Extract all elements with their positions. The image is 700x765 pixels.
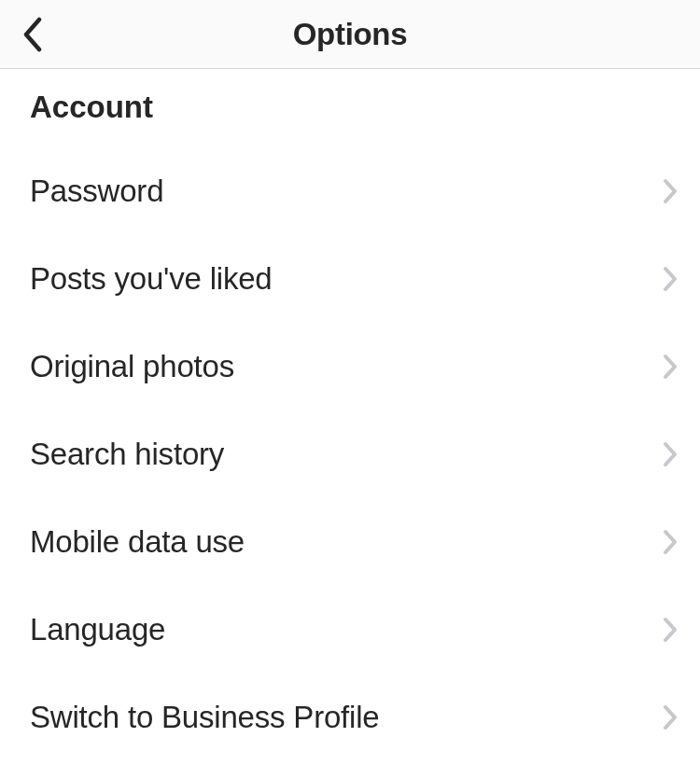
chevron-right-icon	[663, 704, 678, 730]
chevron-right-icon	[663, 354, 678, 380]
list-item-label: Mobile data use	[30, 524, 245, 560]
list-item-label: Switch to Business Profile	[30, 700, 379, 735]
list-item-search-history[interactable]: Search history	[0, 410, 700, 498]
list-item-switch-business-profile[interactable]: Switch to Business Profile	[0, 674, 700, 761]
list-item-label: Password	[30, 174, 163, 209]
list-item-original-photos[interactable]: Original photos	[0, 323, 700, 410]
content: Account Password Posts you've liked Orig…	[0, 69, 700, 761]
list-item-password[interactable]: Password	[0, 147, 700, 235]
chevron-right-icon	[663, 529, 678, 555]
list-item-posts-liked[interactable]: Posts you've liked	[0, 235, 700, 323]
list-item-language[interactable]: Language	[0, 586, 700, 674]
list-item-label: Search history	[30, 437, 224, 472]
chevron-right-icon	[663, 617, 678, 643]
back-button[interactable]	[21, 17, 45, 52]
list-item-label: Original photos	[30, 349, 234, 384]
settings-list: Password Posts you've liked Original pho…	[0, 147, 700, 761]
list-item-label: Posts you've liked	[30, 261, 273, 297]
section-title-account: Account	[0, 90, 700, 147]
chevron-right-icon	[663, 178, 678, 204]
header-bar: Options	[0, 0, 700, 69]
list-item-label: Language	[30, 612, 165, 647]
chevron-left-icon	[21, 17, 45, 52]
chevron-right-icon	[663, 441, 678, 467]
page-title: Options	[0, 17, 700, 52]
list-item-mobile-data-use[interactable]: Mobile data use	[0, 498, 700, 586]
chevron-right-icon	[663, 266, 678, 292]
